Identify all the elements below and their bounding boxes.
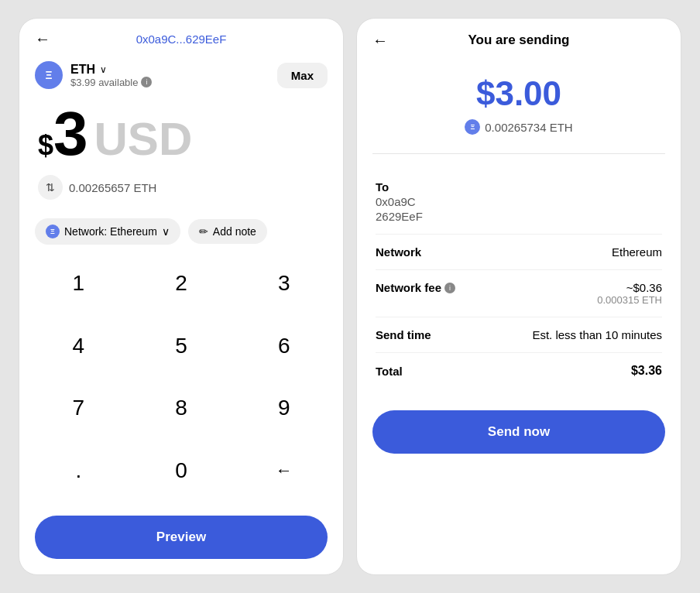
network-detail-label: Network <box>376 245 421 259</box>
balance-info-icon[interactable]: i <box>141 77 152 87</box>
amount-display: $ 3 USD <box>19 95 343 169</box>
network-row: Network Ethereum <box>376 235 662 270</box>
numpad-7[interactable]: 7 <box>27 382 130 434</box>
numpad-3[interactable]: 3 <box>232 257 335 310</box>
controls-row: Ξ Network: Ethereum ∨ ✏ Add note <box>19 212 343 257</box>
send-screen-left: ← 0x0a9C...629EeF Ξ ETH ∨ $3.99 availabl… <box>19 18 344 575</box>
send-amount-section: $3.00 Ξ 0.00265734 ETH <box>357 56 681 150</box>
details-section: To 0x0a9C 2629EeF Network Ethereum Netwo… <box>357 157 681 401</box>
total-value: $3.36 <box>631 364 662 378</box>
numpad-4[interactable]: 4 <box>27 320 130 372</box>
network-chevron-icon: ∨ <box>162 225 170 238</box>
add-note-label: Add note <box>213 225 256 238</box>
total-label: Total <box>376 365 403 378</box>
send-confirmation-screen: ← You are sending $3.00 Ξ 0.00265734 ETH… <box>356 18 681 575</box>
eth-icon: Ξ <box>35 61 63 89</box>
network-button[interactable]: Ξ Network: Ethereum ∨ <box>35 218 180 245</box>
fee-usd-value: ~$0.36 <box>626 281 662 294</box>
fee-value-group: ~$0.36 0.000315 ETH <box>597 281 662 306</box>
to-row: To 0x0a9C 2629EeF <box>376 170 662 235</box>
numpad-8[interactable]: 8 <box>130 382 233 434</box>
max-button[interactable]: Max <box>277 63 328 88</box>
back-button-left[interactable]: ← <box>35 30 50 48</box>
divider <box>372 153 665 154</box>
left-header: ← 0x0a9C...629EeF <box>19 19 343 53</box>
fee-info-icon[interactable]: i <box>444 283 455 293</box>
numpad-9[interactable]: 9 <box>232 382 335 434</box>
token-name: ETH <box>70 63 95 77</box>
network-eth-icon: Ξ <box>46 225 60 238</box>
send-time-value: Est. less than 10 minutes <box>532 328 662 341</box>
send-time-row: Send time Est. less than 10 minutes <box>376 317 662 353</box>
pencil-icon: ✏ <box>199 225 208 238</box>
right-header: ← You are sending <box>357 19 681 56</box>
numpad-2[interactable]: 2 <box>130 257 233 310</box>
send-time-label: Send time <box>376 328 431 341</box>
swap-icon: ⇅ <box>46 181 55 194</box>
numpad-6[interactable]: 6 <box>232 320 335 372</box>
numpad-1[interactable]: 1 <box>27 257 130 310</box>
numpad-5[interactable]: 5 <box>130 320 233 372</box>
numpad-backspace[interactable]: ← <box>232 444 335 497</box>
total-row: Total $3.36 <box>376 353 662 389</box>
eth-equiv-row: ⇅ 0.00265657 ETH <box>19 169 343 212</box>
preview-button[interactable]: Preview <box>35 516 328 559</box>
send-amount-eth-row: Ξ 0.00265734 ETH <box>372 119 665 135</box>
to-address-line2: 2629EeF <box>376 210 662 223</box>
small-eth-icon: Ξ <box>465 119 480 135</box>
confirmation-title: You are sending <box>468 33 570 48</box>
dollar-sign: $ <box>38 129 53 162</box>
network-detail-value: Ethereum <box>612 245 662 259</box>
numpad-0[interactable]: 0 <box>130 444 233 497</box>
recipient-address[interactable]: 0x0a9C...629EeF <box>136 33 227 46</box>
numpad-dot[interactable]: . <box>27 444 130 497</box>
network-label: Network: Ethereum <box>64 225 157 238</box>
fee-eth-value: 0.000315 ETH <box>597 294 662 306</box>
add-note-button[interactable]: ✏ Add note <box>188 219 267 244</box>
amount-number: 3 <box>53 103 88 165</box>
token-chevron-icon: ∨ <box>100 64 107 75</box>
eth-equivalent: 0.00265657 ETH <box>69 181 156 194</box>
fee-label: Network fee <box>376 281 441 294</box>
send-amount-usd: $3.00 <box>372 74 665 113</box>
fee-label-row: Network fee i <box>376 281 455 294</box>
swap-currency-button[interactable]: ⇅ <box>38 175 63 200</box>
token-balance: $3.99 available i <box>70 77 152 88</box>
fee-row: Network fee i ~$0.36 0.000315 ETH <box>376 270 662 317</box>
to-label: To <box>376 180 662 194</box>
send-amount-eth: 0.00265734 ETH <box>485 121 572 134</box>
send-now-button[interactable]: Send now <box>372 410 665 454</box>
amount-currency: USD <box>94 112 193 166</box>
token-info[interactable]: Ξ ETH ∨ $3.99 available i <box>35 61 152 89</box>
token-row: Ξ ETH ∨ $3.99 available i Max <box>19 53 343 95</box>
numpad: 1 2 3 4 5 6 7 8 9 . 0 ← <box>19 257 343 506</box>
back-button-right[interactable]: ← <box>372 32 388 50</box>
to-address-line1: 0x0a9C <box>376 195 662 208</box>
